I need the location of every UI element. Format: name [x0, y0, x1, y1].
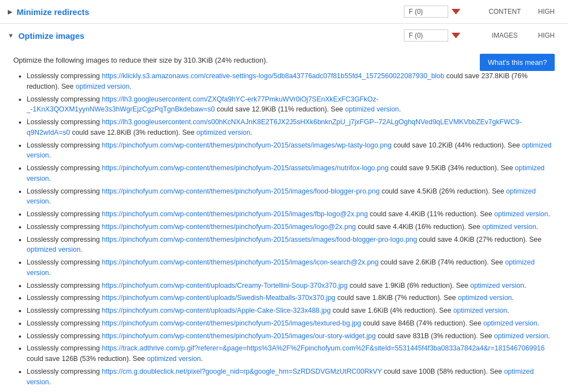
- list-item: Losslessly compressing https://klickly.s…: [27, 71, 555, 92]
- minimize-redirects-score-input[interactable]: [404, 6, 448, 18]
- image-url-link[interactable]: https://pinchofyum.com/wp-content/upload…: [102, 282, 347, 289]
- list-item: Losslessly compressing https://pinchofyu…: [27, 306, 555, 316]
- image-url-link[interactable]: https://pinchofyum.com/wp-content/themes…: [102, 187, 379, 195]
- image-url-link[interactable]: https://pinchofyum.com/wp-content/upload…: [102, 294, 335, 302]
- minimize-redirects-arrow[interactable]: [452, 9, 460, 14]
- list-item: Losslessly compressing https://cm.g.doub…: [27, 366, 555, 388]
- minimize-redirects-category: CONTENT: [483, 8, 527, 16]
- list-item: Losslessly compressing https://pinchofyu…: [27, 140, 555, 161]
- optimized-version-link[interactable]: optimized version: [345, 105, 399, 113]
- list-item: Losslessly compressing https://lh3.googl…: [27, 94, 555, 115]
- image-url-link[interactable]: https://pinchofyum.com/wp-content/themes…: [102, 164, 388, 172]
- optimize-images-priority: HIGH: [532, 32, 560, 39]
- whats-this-mean-button[interactable]: What's this mean?: [480, 54, 555, 71]
- list-item: Losslessly compressing https://track.adt…: [27, 343, 555, 364]
- image-url-link[interactable]: https://pinchofyum.com/wp-content/themes…: [102, 223, 356, 231]
- list-item: Losslessly compressing https://pinchofyu…: [27, 163, 555, 184]
- optimize-images-toggle[interactable]: ▼: [8, 32, 14, 39]
- optimized-version-link[interactable]: optimized version: [458, 294, 512, 302]
- list-item: Losslessly compressing https://pinchofyu…: [27, 281, 555, 291]
- main-container: ▶ Minimize redirects CONTENT HIGH ▼ Opti…: [0, 0, 568, 392]
- list-item: Losslessly compressing https://lh3.googl…: [27, 117, 555, 138]
- optimized-version-link[interactable]: optimized version: [494, 332, 548, 340]
- list-item: Losslessly compressing https://pinchofyu…: [27, 293, 555, 303]
- optimized-version-link[interactable]: optimized version: [470, 282, 524, 289]
- list-item: Losslessly compressing https://pinchofyu…: [27, 318, 555, 329]
- optimized-version-link[interactable]: optimized version: [27, 246, 80, 253]
- image-url-link[interactable]: https://track.adthrive.com/p.gif?referer…: [102, 344, 544, 352]
- minimize-redirects-score-box: CONTENT HIGH: [404, 6, 560, 18]
- optimized-version-link[interactable]: optimized version: [494, 210, 548, 218]
- optimize-images-content: What's this mean? Optimize the following…: [0, 47, 568, 392]
- image-url-link[interactable]: https://lh3.googleusercontent.com/ZXQfa9…: [27, 95, 379, 114]
- optimize-images-score-input[interactable]: [404, 29, 448, 42]
- optimize-images-intro: Optimize the following images to reduce …: [13, 56, 555, 64]
- list-item: Losslessly compressing https://pinchofyu…: [27, 257, 555, 278]
- optimized-version-link[interactable]: optimized version: [453, 307, 507, 314]
- optimized-version-link[interactable]: optimized version: [75, 83, 129, 90]
- image-url-link[interactable]: https://lh3.googleusercontent.com/s00hKc…: [27, 118, 521, 136]
- minimize-redirects-header: ▶ Minimize redirects CONTENT HIGH: [0, 0, 568, 24]
- optimized-version-link[interactable]: optimized version: [482, 223, 536, 231]
- optimize-images-header: ▼ Optimize images IMAGES HIGH: [0, 24, 568, 47]
- minimize-redirects-title: Minimize redirects: [17, 7, 404, 17]
- minimize-redirects-toggle[interactable]: ▶: [8, 8, 12, 16]
- optimized-version-link[interactable]: optimized version: [483, 319, 537, 327]
- image-url-link[interactable]: https://pinchofyum.com/wp-content/upload…: [102, 307, 331, 314]
- image-url-link[interactable]: https://cm.g.doubleclick.net/pixel?googl…: [102, 368, 382, 375]
- optimize-images-list: Losslessly compressing https://klickly.s…: [13, 71, 555, 387]
- optimized-version-link[interactable]: optimized version: [147, 355, 201, 363]
- image-url-link[interactable]: https://pinchofyum.com/wp-content/themes…: [102, 332, 376, 340]
- list-item: Losslessly compressing https://pinchofyu…: [27, 186, 555, 207]
- list-item: Losslessly compressing https://pinchofyu…: [27, 235, 555, 256]
- image-url-link[interactable]: https://klickly.s3.amazonaws.com/creativ…: [102, 72, 444, 80]
- optimize-images-score-box: IMAGES HIGH: [404, 29, 560, 42]
- image-url-link[interactable]: https://pinchofyum.com/wp-content/themes…: [102, 258, 378, 266]
- image-url-link[interactable]: https://pinchofyum.com/wp-content/themes…: [102, 236, 417, 243]
- optimized-version-link[interactable]: optimized version: [196, 129, 250, 136]
- optimize-images-category: IMAGES: [483, 32, 527, 39]
- list-item: Losslessly compressing https://pinchofyu…: [27, 331, 555, 342]
- image-url-link[interactable]: https://pinchofyum.com/wp-content/themes…: [102, 210, 368, 218]
- list-item: Losslessly compressing https://pinchofyu…: [27, 209, 555, 220]
- optimize-images-title: Optimize images: [18, 31, 404, 40]
- optimize-images-intro-row: What's this mean? Optimize the following…: [13, 56, 555, 71]
- image-url-link[interactable]: https://pinchofyum.com/wp-content/themes…: [102, 319, 361, 327]
- list-item: Losslessly compressing https://pinchofyu…: [27, 222, 555, 232]
- optimize-images-arrow[interactable]: [452, 33, 460, 38]
- image-url-link[interactable]: https://pinchofyum.com/wp-content/themes…: [102, 141, 391, 149]
- minimize-redirects-priority: HIGH: [532, 8, 560, 16]
